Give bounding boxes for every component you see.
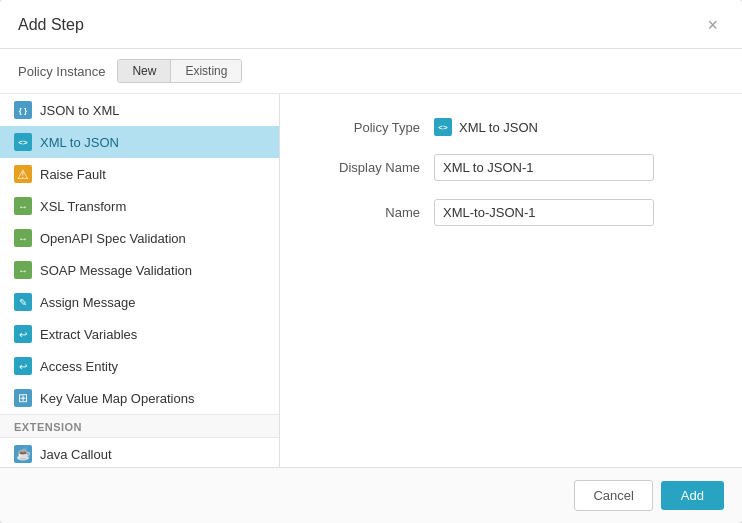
policy-type-text: XML to JSON [459,120,538,135]
json-to-xml-icon: { } [14,101,32,119]
dialog-footer: Cancel Add [0,467,742,523]
policy-type-value: <> XML to JSON [434,118,538,136]
openapi-spec-icon: ↔ [14,229,32,247]
list-item[interactable]: ✎ Assign Message [0,286,279,318]
list-item-label: XSL Transform [40,199,126,214]
list-item[interactable]: <> XML to JSON [0,126,279,158]
xsl-transform-icon: ↔ [14,197,32,215]
dialog-title: Add Step [18,16,84,34]
extension-section-header: EXTENSION [0,414,279,438]
list-item[interactable]: ☕ Java Callout [0,438,279,467]
raise-fault-icon: ⚠ [14,165,32,183]
java-callout-icon: ☕ [14,445,32,463]
toggle-existing[interactable]: Existing [171,60,241,82]
policy-instance-label: Policy Instance [18,64,105,79]
xml-to-json-icon: <> [14,133,32,151]
list-item[interactable]: { } JSON to XML [0,94,279,126]
assign-message-icon: ✎ [14,293,32,311]
extract-variables-icon: ↩ [14,325,32,343]
list-item-label: XML to JSON [40,135,119,150]
dialog-body: { } JSON to XML <> XML to JSON ⚠ Raise F… [0,94,742,467]
list-item[interactable]: ↔ OpenAPI Spec Validation [0,222,279,254]
list-item[interactable]: ↔ XSL Transform [0,190,279,222]
dialog-header: Add Step × [0,0,742,49]
list-item-label: Raise Fault [40,167,106,182]
list-item-label: Key Value Map Operations [40,391,194,406]
list-item-label: Java Callout [40,447,112,462]
list-item-label: Access Entity [40,359,118,374]
display-name-input[interactable] [434,154,654,181]
list-item[interactable]: ⚠ Raise Fault [0,158,279,190]
soap-message-icon: ↔ [14,261,32,279]
display-name-label: Display Name [310,160,420,175]
list-item[interactable]: ⊞ Key Value Map Operations [0,382,279,414]
access-entity-icon: ↩ [14,357,32,375]
add-button[interactable]: Add [661,481,724,510]
list-item[interactable]: ↩ Extract Variables [0,318,279,350]
policy-instance-row: Policy Instance New Existing [0,49,742,94]
name-row: Name [310,199,712,226]
name-input[interactable] [434,199,654,226]
toggle-new[interactable]: New [118,60,171,82]
policy-type-label: Policy Type [310,120,420,135]
key-value-map-icon: ⊞ [14,389,32,407]
detail-panel: Policy Type <> XML to JSON Display Name … [280,94,742,467]
cancel-button[interactable]: Cancel [574,480,652,511]
add-step-dialog: Add Step × Policy Instance New Existing … [0,0,742,523]
policy-list: { } JSON to XML <> XML to JSON ⚠ Raise F… [0,94,280,467]
list-item-label: OpenAPI Spec Validation [40,231,186,246]
list-item[interactable]: ↔ SOAP Message Validation [0,254,279,286]
list-item-label: Extract Variables [40,327,137,342]
policy-type-row: Policy Type <> XML to JSON [310,118,712,136]
policy-type-icon: <> [434,118,452,136]
list-item-label: Assign Message [40,295,135,310]
list-item[interactable]: ↩ Access Entity [0,350,279,382]
list-item-label: JSON to XML [40,103,119,118]
display-name-row: Display Name [310,154,712,181]
policy-instance-toggle-group: New Existing [117,59,242,83]
name-label: Name [310,205,420,220]
close-button[interactable]: × [701,14,724,36]
list-item-label: SOAP Message Validation [40,263,192,278]
